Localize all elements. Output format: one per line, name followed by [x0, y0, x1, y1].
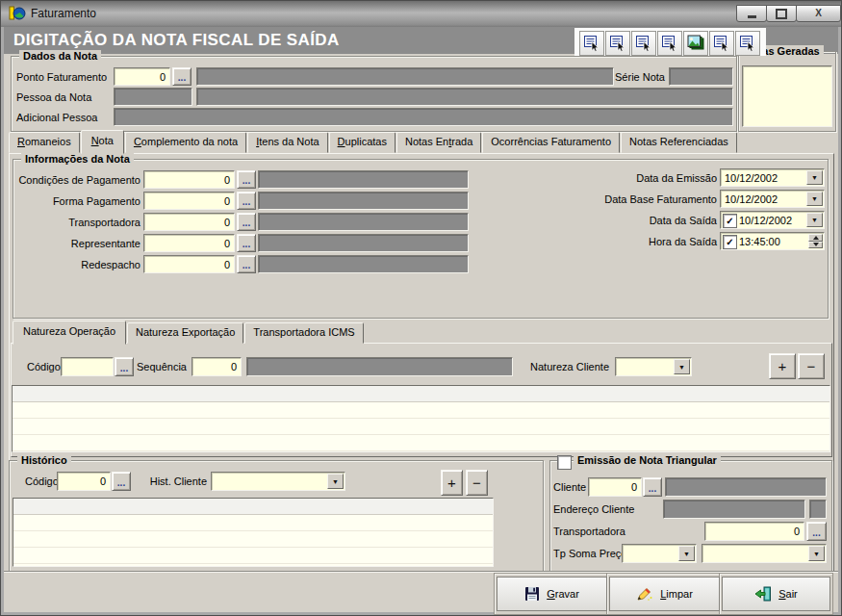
natureza-grid[interactable]	[12, 385, 830, 452]
hist-cliente-combo[interactable]: ▼	[211, 472, 345, 491]
transportadora-input[interactable]: 0	[143, 213, 235, 231]
redespacho-browse-button[interactable]: ...	[237, 255, 256, 273]
emissao-cliente-browse-button[interactable]: ...	[643, 477, 662, 497]
historico-codigo-browse-button[interactable]: ...	[112, 472, 131, 491]
tab-romaneios[interactable]: Romaneios	[9, 132, 80, 153]
form-cursor-icon	[635, 35, 652, 52]
tab-natureza-exportacao[interactable]: Natureza Exportação	[127, 322, 243, 344]
redespacho-input[interactable]: 0	[143, 255, 235, 273]
picture-icon	[686, 35, 705, 52]
hora-saida-checkbox[interactable]: ✓	[723, 235, 737, 249]
serie-nota-field	[669, 67, 733, 86]
redespacho-description-field	[258, 255, 469, 273]
tab-itens-da-nota[interactable]: Itens da Nota	[247, 132, 327, 153]
condicoes-pagamento-input[interactable]: 0	[143, 170, 235, 189]
informacoes-da-nota-title: Informações da Nota	[21, 153, 134, 166]
tab-ocorrencias-faturamento[interactable]: Ocorrências Faturamento	[482, 132, 620, 153]
natureza-codigo-label: Código	[27, 357, 61, 376]
dropdown-arrow-icon[interactable]: ▼	[808, 546, 825, 561]
toolbar-button-3[interactable]	[631, 31, 656, 56]
floppy-disk-icon	[524, 586, 540, 602]
limpar-button[interactable]: Limpar	[609, 577, 720, 611]
natureza-cliente-label: Natureza Cliente	[521, 357, 609, 376]
minimize-icon	[748, 15, 756, 18]
tab-notas-referenciadas[interactable]: Notas Referenciadas	[621, 132, 737, 153]
data-emissao-combo[interactable]: 10/12/2002 ▼	[720, 168, 825, 187]
maximize-button[interactable]	[766, 5, 797, 22]
emissao-transportadora-browse-button[interactable]: ...	[806, 522, 827, 541]
tab-complemento-da-nota[interactable]: Complemento da nota	[125, 132, 246, 153]
historico-remove-button[interactable]: −	[466, 470, 488, 496]
natureza-grid-body	[13, 402, 829, 451]
toolbar-button-1[interactable]	[579, 31, 604, 56]
data-saida-combo[interactable]: ✓ 10/12/2002 ▼	[720, 211, 825, 229]
natureza-remove-button[interactable]: −	[798, 353, 825, 379]
dados-da-nota-title: Dados da Nota	[19, 50, 101, 63]
check-icon: ✓	[726, 216, 733, 226]
sair-button[interactable]: Sair	[722, 577, 830, 611]
historico-grid[interactable]	[13, 498, 494, 567]
data-base-faturamento-combo[interactable]: 10/12/2002 ▼	[720, 190, 825, 208]
dropdown-arrow-icon[interactable]: ▼	[327, 474, 344, 489]
natureza-add-button[interactable]: +	[769, 353, 796, 379]
condicoes-pagamento-browse-button[interactable]: ...	[237, 170, 256, 189]
data-saida-checkbox[interactable]: ✓	[723, 214, 737, 228]
window-title: Faturamento	[31, 1, 96, 27]
tab-nota[interactable]: Nota	[81, 130, 124, 154]
close-button[interactable]: X	[796, 5, 841, 22]
dropdown-arrow-icon[interactable]: ▼	[678, 546, 695, 561]
data-emissao-label: Data da Emissão	[540, 168, 717, 187]
tp-soma-preco-label: Tp Soma Preço	[553, 544, 626, 563]
emissao-transportadora-input[interactable]: 0	[704, 522, 804, 541]
main-tabs: Romaneios Nota Complemento da nota Itens…	[9, 131, 738, 153]
dropdown-arrow-icon[interactable]: ▼	[674, 359, 690, 374]
form-cursor-icon	[609, 35, 626, 52]
check-icon: ✓	[726, 237, 733, 247]
dropdown-arrow-icon[interactable]: ▼	[806, 170, 823, 185]
toolbar-button-5[interactable]	[683, 31, 708, 56]
pessoa-da-nota-description-field	[196, 88, 733, 106]
serie-nota-label: Série Nota	[607, 67, 665, 86]
emissao-cliente-input[interactable]: 0	[588, 477, 642, 497]
tab-natureza-operacao[interactable]: Natureza Operação	[13, 321, 126, 345]
representante-browse-button[interactable]: ...	[237, 234, 256, 252]
tab-notas-entrada[interactable]: Notas Entrada	[396, 132, 481, 153]
exit-door-icon	[754, 586, 772, 602]
gravar-button[interactable]: Gravar	[497, 577, 607, 611]
tab-transportadora-icms[interactable]: Transportadora ICMS	[244, 322, 363, 344]
historico-codigo-input[interactable]: 0	[57, 472, 111, 491]
tp-soma-preco-combo-2[interactable]: ▼	[702, 544, 827, 563]
dropdown-arrow-icon[interactable]: ▼	[806, 213, 823, 227]
eraser-icon	[636, 586, 653, 602]
hora-saida-spinner[interactable]: ✓ 13:45:00	[720, 232, 825, 250]
tp-soma-preco-combo-1[interactable]: ▼	[622, 544, 697, 563]
spin-up-icon[interactable]	[808, 234, 823, 242]
spin-down-icon[interactable]	[808, 242, 823, 249]
natureza-cliente-combo[interactable]: ▼	[615, 357, 692, 376]
minimize-button[interactable]	[736, 5, 767, 22]
toolbar-button-6[interactable]	[709, 31, 734, 56]
endereco-cliente-extra-field	[809, 500, 827, 519]
tab-duplicatas[interactable]: Duplicatas	[329, 132, 395, 153]
dropdown-arrow-icon[interactable]: ▼	[806, 192, 823, 206]
toolbar-button-2[interactable]	[605, 31, 630, 56]
representante-input[interactable]: 0	[143, 234, 235, 252]
transportadora-browse-button[interactable]: ...	[237, 213, 256, 231]
natureza-codigo-input[interactable]	[61, 357, 114, 376]
ponto-faturamento-browse-button[interactable]: ...	[172, 67, 191, 86]
natureza-codigo-browse-button[interactable]: ...	[115, 357, 134, 376]
forma-pagamento-input[interactable]: 0	[143, 192, 235, 210]
toolbar-button-4[interactable]	[657, 31, 682, 56]
emissao-triangular-checkbox[interactable]: ✓	[557, 455, 572, 470]
hora-saida-label: Hora da Saída	[540, 232, 717, 250]
forma-pagamento-browse-button[interactable]: ...	[237, 192, 256, 210]
natureza-descricao-field	[246, 357, 513, 376]
sequencia-input[interactable]: 0	[191, 357, 242, 376]
transportadora-description-field	[258, 213, 469, 231]
toolbar-button-7[interactable]	[735, 31, 760, 56]
ponto-faturamento-description-field	[196, 67, 614, 86]
notas-geradas-list[interactable]	[742, 65, 832, 127]
form-cursor-icon	[713, 35, 730, 52]
historico-add-button[interactable]: +	[441, 470, 463, 496]
ponto-faturamento-input[interactable]: 0	[114, 67, 170, 86]
